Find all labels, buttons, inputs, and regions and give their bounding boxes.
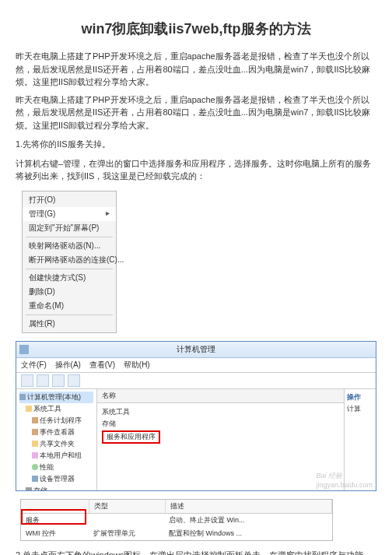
menu-action[interactable]: 操作(A) [55, 360, 81, 369]
computer-management-window: 计算机管理 文件(F) 操作(A) 查看(V) 帮助(H) 计算机管理(本地) … [16, 341, 376, 491]
tree-systools[interactable]: 系统工具 [19, 403, 93, 415]
menubar: 文件(F) 操作(A) 查看(V) 帮助(H) [16, 358, 376, 373]
list-item-systools[interactable]: 系统工具 [102, 406, 339, 418]
services-row-2[interactable]: WMI 控件 扩展管理单元 配置和控制 Windows ... [21, 527, 332, 540]
tree-sharedfolders[interactable]: 共享文件夹 [19, 438, 93, 450]
step-1-desc: 计算机右键–管理，在弹出的窗口中选择服务和应用程序，选择服务。这时你电脑上所有的… [16, 157, 376, 183]
menu-manage[interactable]: 管理(G) ▸ [23, 207, 116, 221]
refresh-icon[interactable] [52, 374, 65, 387]
services-header: 类型 描述 [21, 500, 332, 514]
menu-pin[interactable]: 固定到"开始"屏幕(P) [23, 221, 116, 235]
list-pane: 名称 系统工具 存储 服务和应用程序 [97, 389, 344, 490]
tree-taskscheduler[interactable]: 任务计划程序 [19, 415, 93, 427]
watermark: Bai 经验 jingyan.baidu.com [316, 471, 373, 489]
step-1-heading: 1.先将你的IIS服务关掉。 [16, 138, 376, 151]
menu-map-drive[interactable]: 映射网络驱动器(N)... [23, 239, 116, 253]
chevron-right-icon: ▸ [106, 209, 110, 217]
tree-eventviewer[interactable]: 事件查看器 [19, 427, 93, 438]
menu-help[interactable]: 帮助(H) [124, 360, 150, 369]
step-2: 2.单击桌面左下角的windows图标，在弹出层中选择控制面板单击，在弹窗中找到… [16, 549, 376, 556]
intro-para-2: 昨天在电脑上搭建了PHP开发环境之后，重启apache服务器老是报错，检查了半天… [16, 93, 376, 132]
menu-disconnect-drive[interactable]: 断开网络驱动器的连接(C)... [23, 253, 116, 267]
forward-icon[interactable] [37, 374, 49, 387]
window-title: 计算机管理 [177, 344, 215, 355]
menu-shortcut[interactable]: 创建快捷方式(S) [23, 271, 116, 285]
menu-manage-label: 管理(G) [29, 209, 55, 218]
col-desc[interactable]: 描述 [166, 500, 332, 513]
page-title: win7彻底卸载iis7web,ftp服务的方法 [16, 19, 376, 38]
services-row-1[interactable]: 服务 启动、终止并设置 Win... [21, 514, 332, 527]
col-type[interactable]: 类型 [89, 500, 166, 513]
menu-delete[interactable]: 删除(D) [23, 285, 116, 299]
window-titlebar: 计算机管理 [16, 342, 376, 358]
list-item-storage[interactable]: 存储 [102, 418, 339, 430]
list-item-servicesapps[interactable]: 服务和应用程序 [102, 430, 339, 444]
back-icon[interactable] [21, 374, 33, 387]
action-pane-header: 操作 [347, 391, 373, 404]
list-header-name[interactable]: 名称 [97, 389, 344, 403]
intro-para-1: 昨天在电脑上搭建了PHP开发环境之后，重启apache服务器老是报错，检查了半天… [16, 50, 376, 89]
help-icon[interactable] [68, 374, 80, 387]
menu-rename[interactable]: 重命名(M) [23, 299, 116, 313]
tree-storage[interactable]: 存储 [19, 485, 93, 490]
services-list: 类型 描述 服务 启动、终止并设置 Win... WMI 控件 扩展管理单元 配… [20, 499, 333, 541]
menu-properties[interactable]: 属性(R) [23, 317, 116, 331]
tree-pane: 计算机管理(本地) 系统工具 任务计划程序 事件查看器 共享文件夹 本地用户和组… [16, 389, 97, 490]
app-icon [19, 345, 29, 354]
toolbar [16, 373, 376, 389]
tree-root[interactable]: 计算机管理(本地) [19, 392, 93, 403]
context-menu: 打开(O) 管理(G) ▸ 固定到"开始"屏幕(P) 映射网络驱动器(N)...… [22, 191, 117, 333]
col-name[interactable] [21, 500, 89, 513]
tree-localusers[interactable]: 本地用户和组 [19, 450, 93, 462]
action-pane-item[interactable]: 计算 [347, 404, 373, 414]
tree-device[interactable]: 设备管理器 [19, 473, 93, 485]
tree-performance[interactable]: 性能 [19, 462, 93, 473]
menu-view[interactable]: 查看(V) [89, 360, 115, 369]
menu-open[interactable]: 打开(O) [23, 193, 116, 207]
menu-file[interactable]: 文件(F) [21, 360, 47, 369]
